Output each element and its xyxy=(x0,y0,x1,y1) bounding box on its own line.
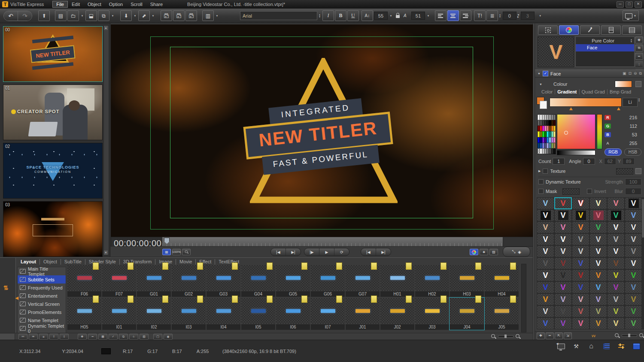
style-swatch[interactable]: V xyxy=(554,209,572,221)
menu-edit[interactable]: Edit xyxy=(68,1,84,8)
palette-swatch[interactable] xyxy=(553,143,556,148)
filmstrip-view-button[interactable]: ▦ xyxy=(162,249,171,255)
style-swatch[interactable]: V xyxy=(589,305,607,317)
more-chevron-icon[interactable]: ∨∨ xyxy=(591,334,595,338)
style-swatch[interactable]: V xyxy=(589,269,607,281)
line-spacing-input[interactable]: 0 xyxy=(503,12,516,20)
tab-library[interactable] xyxy=(622,25,642,35)
expand-icon[interactable]: ▶ xyxy=(538,169,541,173)
hsb-mode-button[interactable]: HSB xyxy=(624,148,641,156)
export-dropdown[interactable]: ▼ xyxy=(151,11,155,21)
save-all-button[interactable]: ⧉ xyxy=(98,10,109,21)
go-start-button[interactable]: |◀ xyxy=(271,248,286,256)
template-cell[interactable]: J05 xyxy=(484,298,519,330)
style-swatch[interactable]: V xyxy=(607,233,625,245)
template-cell[interactable]: G06 xyxy=(310,265,345,297)
style-swatch[interactable]: V xyxy=(537,221,554,233)
transform-tools-button[interactable]: ⤡ ◈ xyxy=(503,247,530,257)
face-enabled-checkbox[interactable]: ✓ xyxy=(543,71,548,76)
line-layout-button[interactable]: ≣ xyxy=(486,10,498,21)
mode-tab-quad-grad[interactable]: Quad Grad xyxy=(580,89,608,94)
export-title-button[interactable]: ⬆ xyxy=(38,10,50,21)
style-swatch[interactable]: V xyxy=(589,257,607,269)
menu-scroll[interactable]: Scroll xyxy=(127,1,146,8)
blur-input[interactable]: 0 xyxy=(625,188,641,195)
template-cell[interactable]: I05 xyxy=(241,298,276,330)
strength-input[interactable]: 100 xyxy=(625,178,641,185)
template-cell[interactable]: F06 xyxy=(67,265,102,297)
template-cell[interactable]: J02 xyxy=(380,298,415,330)
template-cell[interactable]: G07 xyxy=(345,265,380,297)
style-swatch[interactable]: V xyxy=(625,269,642,281)
bold-button[interactable]: B xyxy=(335,10,346,21)
style-swatch[interactable]: V xyxy=(572,257,589,269)
style-swatch[interactable]: V xyxy=(607,281,625,293)
gradient-stop[interactable] xyxy=(569,107,573,110)
settings-template-button[interactable]: ▧ xyxy=(140,334,149,340)
style-swatch[interactable]: V xyxy=(572,293,589,305)
move-down-button[interactable]: ⇩ xyxy=(60,334,69,340)
underline-button[interactable]: U xyxy=(347,10,359,21)
template-cell[interactable]: H01 xyxy=(380,265,415,297)
y-input[interactable]: 89 xyxy=(623,158,635,165)
style-swatch[interactable]: V xyxy=(537,305,554,317)
category-dynamic-templet-0[interactable]: Dynamic Templet 0 xyxy=(18,324,66,332)
category-subtitle-sets[interactable]: Subtitle Sets xyxy=(18,275,66,284)
clap-in-button[interactable]: 🖆 xyxy=(161,10,172,21)
style-swatch[interactable]: V xyxy=(607,293,625,305)
thumbnail-scrollbar[interactable]: ▲ ▼ xyxy=(103,25,109,255)
align-left-button[interactable] xyxy=(435,10,447,21)
style-swatch[interactable]: V xyxy=(607,245,625,257)
mode-tab-gradient[interactable]: Gradient xyxy=(555,89,579,94)
expand-style-icon[interactable]: ⧉ xyxy=(639,71,642,76)
font-spinner[interactable]: ▲▼ xyxy=(319,14,321,18)
prev-frame-button[interactable]: |◀ xyxy=(361,248,376,256)
presenter-monitor-icon[interactable]: ◄ xyxy=(557,342,565,350)
lock-ratio-icon[interactable] xyxy=(396,15,400,18)
template-cell[interactable]: H04 xyxy=(484,265,519,297)
duplicate-layer-button[interactable]: ⧉ xyxy=(635,45,643,51)
template-cell[interactable]: I02 xyxy=(137,298,171,330)
style-swatch[interactable]: V xyxy=(572,305,589,317)
template-cell[interactable]: J01 xyxy=(345,298,380,330)
reset-style-icon[interactable]: ⊖ xyxy=(634,71,637,76)
char-width-input[interactable]: 51 xyxy=(411,12,425,20)
add-template-button[interactable]: ✚ xyxy=(78,334,87,340)
align-right-button[interactable] xyxy=(460,10,471,21)
palette-swatch[interactable] xyxy=(553,126,556,131)
zoom-out-icon[interactable] xyxy=(614,333,620,338)
vertical-text-button[interactable]: T! xyxy=(474,10,486,21)
preview-canvas[interactable]: INTEGRATED NEW TITLER FAST & POWERFUL xyxy=(111,24,533,237)
style-swatch[interactable]: V xyxy=(537,281,554,293)
style-swatch[interactable]: V xyxy=(607,209,625,221)
template-cell[interactable]: G03 xyxy=(206,265,241,297)
zoom-in-icon[interactable] xyxy=(639,333,644,338)
style-swatch[interactable]: V xyxy=(537,317,554,329)
kerning-spinner[interactable]: ◀▶ xyxy=(517,14,519,18)
template-cell[interactable]: G02 xyxy=(171,265,206,297)
style-swatch[interactable]: V xyxy=(554,281,572,293)
kerning-input[interactable]: 3 xyxy=(521,12,535,20)
font-size-input[interactable]: 55 xyxy=(374,12,388,20)
import-button[interactable]: ⬇ xyxy=(120,10,132,21)
style-swatch[interactable]: V xyxy=(607,269,625,281)
style-swatch[interactable]: V xyxy=(572,197,589,209)
import-dropdown[interactable]: ▼ xyxy=(133,11,137,21)
green-value[interactable]: 112 xyxy=(629,124,637,129)
collapse-icon[interactable]: ▼ xyxy=(538,72,541,75)
style-swatch[interactable]: V xyxy=(625,233,642,245)
style-swatch[interactable]: V xyxy=(589,317,607,329)
scene-thumbnail-2[interactable]: 02 SPACE TECHNOLOGIES COMMUNICATION xyxy=(3,143,103,199)
texture-options-button[interactable] xyxy=(635,168,641,174)
mask-swatch[interactable] xyxy=(562,188,580,195)
loop-button[interactable]: ⟳ xyxy=(334,248,349,256)
style-grid-scrollbar[interactable] xyxy=(641,197,644,329)
template-cell[interactable]: I07 xyxy=(310,298,345,330)
style-swatch[interactable]: V xyxy=(607,197,625,209)
save-dropdown[interactable]: ▼ xyxy=(110,11,115,21)
char-width-dropdown[interactable]: ▼ xyxy=(426,11,431,21)
style-swatch[interactable]: V xyxy=(625,197,642,209)
style-swatch[interactable]: V xyxy=(572,269,589,281)
matte-view-button[interactable]: ▨ xyxy=(489,249,498,255)
hue-slider[interactable] xyxy=(597,114,602,149)
